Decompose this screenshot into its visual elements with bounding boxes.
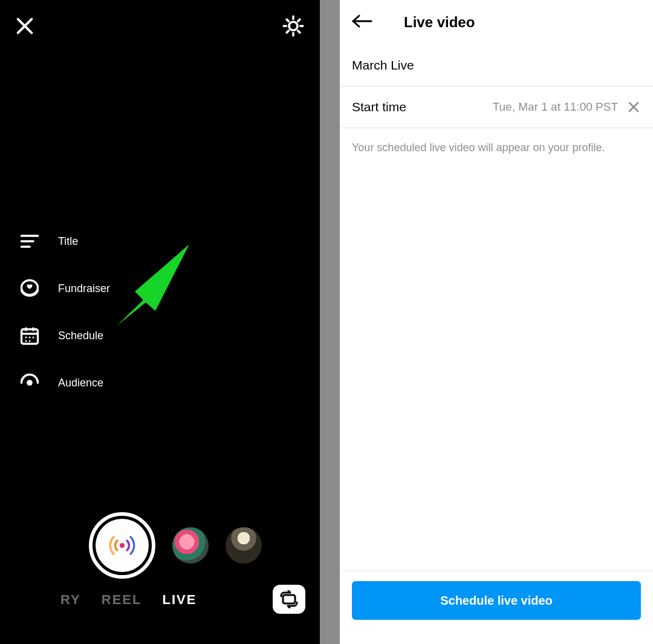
filter-carousel[interactable] [0, 512, 320, 579]
mode-selector: RY REEL LIVE [0, 592, 320, 608]
option-schedule[interactable]: Schedule [18, 324, 110, 347]
live-title-value: March Live [352, 58, 641, 73]
option-title[interactable]: Title [18, 230, 110, 253]
svg-point-15 [29, 340, 31, 342]
svg-point-14 [25, 340, 27, 342]
shutter-inner [96, 519, 149, 572]
audience-icon [18, 371, 41, 394]
live-title-row[interactable]: March Live [340, 45, 653, 86]
top-bar [0, 11, 320, 41]
filter-thumbnail[interactable] [172, 527, 209, 564]
live-options-list: Title Fundraiser Schedule Audience [18, 230, 110, 394]
option-label: Title [58, 235, 78, 248]
svg-point-16 [27, 380, 33, 386]
mode-live[interactable]: LIVE [162, 592, 197, 608]
filter-thumbnail[interactable] [226, 527, 262, 564]
schedule-note: Your scheduled live video will appear on… [340, 128, 653, 168]
header: Live video [340, 0, 653, 45]
annotation-arrow [106, 244, 190, 338]
fundraiser-icon [18, 277, 41, 300]
svg-point-2 [289, 22, 297, 30]
svg-point-18 [120, 543, 125, 548]
option-audience[interactable]: Audience [18, 371, 110, 394]
calendar-icon [18, 324, 41, 347]
switch-camera-button[interactable] [273, 585, 305, 614]
camera-live-setup-screen: Title Fundraiser Schedule Audience [0, 0, 320, 644]
switch-camera-icon [279, 590, 299, 608]
option-label: Fundraiser [58, 282, 110, 295]
footer: Schedule live video [340, 571, 653, 644]
svg-marker-17 [117, 244, 189, 326]
option-label: Schedule [58, 330, 103, 342]
go-live-shutter-button[interactable] [89, 512, 155, 579]
back-arrow-icon[interactable] [351, 14, 375, 31]
panel-gap [320, 0, 340, 644]
schedule-live-video-screen: Live video March Live Start time Tue, Ma… [340, 0, 653, 644]
option-fundraiser[interactable]: Fundraiser [18, 277, 110, 300]
broadcast-icon [105, 529, 139, 562]
svg-rect-19 [283, 595, 295, 603]
svg-point-11 [25, 337, 27, 339]
schedule-live-video-button[interactable]: Schedule live video [352, 581, 641, 620]
svg-point-13 [33, 337, 34, 339]
settings-gear-icon[interactable] [281, 14, 305, 38]
svg-point-12 [29, 337, 31, 339]
start-time-value: Tue, Mar 1 at 11:00 PST [493, 100, 618, 114]
option-label: Audience [58, 377, 103, 389]
start-time-row[interactable]: Start time Tue, Mar 1 at 11:00 PST [340, 86, 653, 128]
close-icon[interactable] [15, 16, 35, 36]
mode-story[interactable]: RY [60, 592, 81, 608]
start-time-label: Start time [352, 100, 493, 114]
clear-start-time-icon[interactable] [626, 100, 641, 114]
mode-reel[interactable]: REEL [102, 592, 142, 608]
title-icon [18, 230, 41, 253]
page-title: Live video [404, 14, 475, 31]
